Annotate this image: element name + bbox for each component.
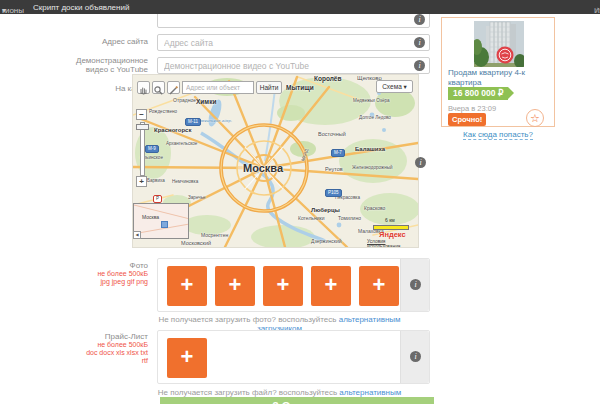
chevron-down-icon: ▾	[404, 83, 407, 90]
info-icon[interactable]: i	[410, 351, 421, 362]
photo-size-hint: не более 500кБ	[0, 270, 148, 278]
inset-city-label: Москва	[142, 214, 159, 220]
road-badge: Р	[153, 195, 162, 203]
map-magnifier-tool-button[interactable]	[152, 81, 165, 94]
video-label: Демонстрационное видео с YouTube	[0, 56, 148, 74]
map-label: Московский	[181, 241, 211, 247]
photo-upload-slot[interactable]: +	[359, 266, 399, 306]
price-tag: 16 800 000 ₽	[448, 87, 508, 100]
favorite-star-button[interactable]: ☆	[526, 109, 544, 127]
road-badge: Р105	[325, 189, 342, 197]
map-label: Медвежьи Озёра	[353, 99, 390, 104]
map-label: На карте	[0, 84, 148, 93]
map-label: Химкинское вдхр.	[196, 119, 232, 123]
map-inset-minimap[interactable]: Москва	[133, 203, 189, 239]
info-icon[interactable]: i	[414, 60, 425, 71]
pricelist-formats-hint: doc docx xls xlsx txt	[0, 349, 148, 357]
map-label: Дзержинский	[311, 239, 342, 244]
photo-upload-slot[interactable]: +	[263, 266, 303, 306]
map-label: Реутов	[325, 167, 343, 173]
inset-viewport-box	[161, 221, 168, 228]
photo-upload-panel: + + + + +	[157, 258, 430, 312]
map-scale-label: 6 км	[385, 217, 395, 223]
page: { "topbar": { "menu_fragment": "гионы", …	[0, 0, 600, 404]
photo-upload-slot[interactable]: +	[311, 266, 351, 306]
map-label: Архангельское	[166, 142, 197, 147]
pencil-icon	[170, 88, 176, 94]
map-label: Химки	[196, 99, 216, 106]
map-label: Мосрентген	[201, 233, 228, 238]
map-label: Восточный	[318, 132, 346, 138]
photo-formats-hint: jpg jpeg gif png	[0, 278, 148, 286]
map-label: Королёв	[314, 76, 341, 83]
map-zoom-in-button[interactable]: +	[136, 176, 147, 187]
inset-collapse-button[interactable]: ◀	[133, 231, 141, 239]
map-label: Мытищи	[286, 85, 314, 92]
map-layer-button[interactable]: Схема ▾	[376, 80, 413, 93]
info-icon[interactable]: i	[410, 279, 421, 290]
map-search-input[interactable]	[182, 81, 254, 94]
pricelist-upload-slot[interactable]: +	[167, 338, 207, 378]
road-badge: М-7	[331, 149, 345, 157]
map-label: Балашиха	[355, 146, 385, 152]
road-badge: М-9	[145, 145, 159, 153]
listing-preview-card: Продам квартиру 4-к квартира 102 м² на 1…	[441, 17, 555, 127]
map-label: Железнодорожный	[352, 166, 393, 171]
hand-icon	[141, 88, 146, 95]
map-zoom-slider-handle[interactable]	[136, 124, 149, 130]
map-ruler-tool-button[interactable]	[167, 81, 180, 94]
next-step-button[interactable]: 3 Оплата	[160, 397, 434, 404]
how-to-get-here-link[interactable]: Как сюда попасть?	[441, 130, 555, 139]
map-label: Котельники	[298, 216, 325, 221]
road-badge: М-11	[185, 118, 201, 126]
map-label: Красногорск	[154, 127, 191, 133]
info-icon[interactable]: i	[415, 157, 426, 168]
photo-label: Фото не более 500кБ jpg jpeg gif png	[0, 261, 148, 286]
photo-upload-slot[interactable]: +	[215, 266, 255, 306]
map-label: Люберцы	[311, 207, 340, 213]
listing-date: Вчера в 23:09	[448, 104, 496, 113]
photo-upload-slot[interactable]: +	[167, 266, 207, 306]
brand-title[interactable]: Скрипт доски объявлений	[33, 3, 129, 12]
map-copyright: Яндекс	[379, 230, 406, 239]
magnifier-icon	[155, 87, 160, 92]
map-pan-tool-button[interactable]	[137, 81, 150, 94]
site-address-label: Адрес сайта	[0, 37, 148, 46]
map-zoom-slider[interactable]	[140, 122, 145, 176]
site-address-input[interactable]	[157, 34, 430, 51]
map-label: Томилино	[338, 216, 361, 221]
star-icon: ☆	[530, 112, 540, 124]
top-bar: гионы ▾ Скрипт доски объявлений ☆ Избран…	[0, 0, 600, 14]
listing-photo[interactable]	[474, 21, 524, 67]
map-label: Немчиновка	[172, 180, 198, 185]
pricelist-formats-hint2: rtf	[0, 357, 148, 365]
map-label: Рождествено	[149, 110, 177, 115]
pricelist-upload-panel: +	[157, 330, 430, 384]
urgent-badge: Срочно!	[448, 113, 486, 126]
map-terms-link[interactable]: Условия использования	[367, 239, 418, 247]
pricelist-label: Прайс-Лист не более 500кБ doc docx xls x…	[0, 332, 148, 365]
map-label: Москва	[243, 163, 283, 174]
map-search-button[interactable]: Найти	[256, 81, 282, 94]
map-zoom-out-button[interactable]: −	[136, 109, 147, 120]
info-icon[interactable]: i	[414, 14, 425, 25]
youtube-video-input[interactable]	[157, 57, 430, 74]
chevron-down-icon: ▾	[2, 6, 6, 15]
map-label: Красково	[364, 206, 385, 211]
map-label: Отрадное	[173, 98, 196, 103]
info-icon[interactable]: i	[414, 37, 425, 48]
pricelist-size-hint: не более 500кБ	[0, 341, 148, 349]
map-label: Заречье	[188, 196, 206, 201]
map-canvas[interactable]: Найти Схема ▾ − + Москва ◀ 6 км Яндекс У…	[133, 75, 418, 247]
map-label: Долгое Ледово	[359, 116, 391, 121]
